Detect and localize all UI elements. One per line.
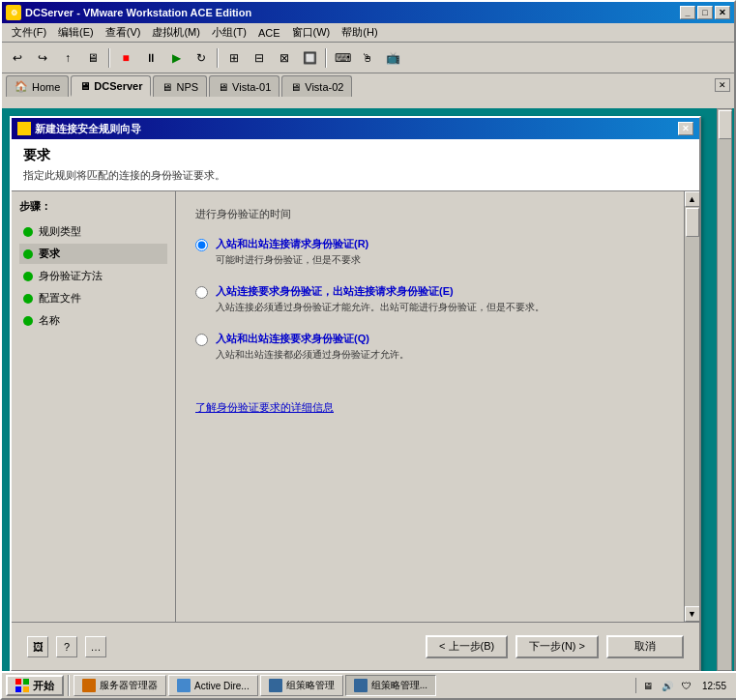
menu-ace[interactable]: ACE [252,25,286,41]
tab-bar-close-button[interactable]: ✕ [715,78,730,92]
menu-team[interactable]: 小组(T) [206,23,252,42]
toolbar-btn-11[interactable]: 📺 [381,46,404,70]
tray-clock: 12:55 [698,681,730,691]
toolbar-btn-stop[interactable]: ■ [114,46,137,70]
tab-vista01-label: Vista-01 [232,81,271,93]
menu-vm[interactable]: 虚拟机(M) [146,23,206,42]
tab-nps[interactable]: 🖥 NPS [153,75,207,97]
close-button[interactable]: ✕ [715,6,730,19]
scrollbar-down-button[interactable]: ▼ [685,606,700,622]
toolbar-btn-1[interactable]: ↩ [6,46,29,70]
nav-dot-5 [23,316,33,326]
toolbar-btn-9[interactable]: ⌨ [331,46,354,70]
footer-help-icon[interactable]: 🖼 [27,636,48,657]
nav-item-auth-method[interactable]: 身份验证方法 [19,266,167,286]
outer-scrollbar[interactable] [717,108,732,671]
dialog-header-description: 指定此规则将匹配的连接的身份验证要求。 [23,168,688,183]
tab-nps-icon: 🖥 [162,81,172,93]
start-icon [15,679,29,692]
minimize-button[interactable]: _ [680,6,695,19]
back-button[interactable]: < 上一步(B) [426,635,508,658]
tab-vista01[interactable]: 🖥 Vista-01 [209,75,280,97]
tab-home[interactable]: 🏠 Home [6,75,69,97]
nav-item-name[interactable]: 名称 [19,310,167,331]
tray-security-icon: 🛡 [679,678,694,693]
svg-rect-0 [15,679,21,685]
menu-view[interactable]: 查看(V) [100,23,147,42]
radio-option-2: 入站连接要求身份验证，出站连接请求身份验证(E) 入站连接必须通过身份验证才能允… [195,284,664,314]
content-area: 新建连接安全规则向导 ✕ 要求 指定此规则将匹配的连接的身份验证要求。 步骤： [2,108,734,671]
radio-desc-1: 可能时进行身份验证，但是不要求 [216,253,368,267]
nav-dot-4 [23,294,33,304]
nav-item-requirement[interactable]: 要求 [19,244,167,264]
radio-option-1: 入站和出站连接请求身份验证(R) 可能时进行身份验证，但是不要求 [195,237,664,267]
toolbar-btn-play[interactable]: ▶ [164,46,188,70]
menu-window[interactable]: 窗口(W) [286,23,337,42]
radio-label-1: 入站和出站连接请求身份验证(R) 可能时进行身份验证，但是不要求 [216,237,368,267]
nav-item-rule-type[interactable]: 规则类型 [19,221,167,242]
footer-question-icon[interactable]: ? [56,636,77,657]
toolbar-btn-5[interactable]: ⊞ [222,46,246,70]
taskbar-tray: 🖥 🔊 🛡 12:55 [635,678,734,693]
toolbar-btn-refresh[interactable]: ↻ [190,46,213,70]
dialog-title-buttons: ✕ [678,122,693,135]
tab-dcserver[interactable]: 🖥 DCServer [71,75,151,97]
scrollbar-up-button[interactable]: ▲ [685,191,700,207]
toolbar-btn-8[interactable]: 🔲 [298,46,321,70]
inner-right-area: 进行身份验证的时间 入站和出站连接请求身份验证(R) 可能时进行身份验证，但是不… [176,191,699,622]
svg-rect-2 [15,686,21,692]
tab-vista02[interactable]: 🖥 Vista-02 [281,75,352,97]
dialog-title: 新建连接安全规则向导 [35,122,141,136]
toolbar-btn-4[interactable]: 🖥 [81,46,104,70]
toolbar-btn-3[interactable]: ↑ [56,46,79,70]
taskbar-item-server-manager-label: 服务器管理器 [100,679,158,692]
taskbar-item-gp-mgmt-label: 组策略管理 [286,679,335,692]
taskbar: 开始 服务器管理器 Active Dire... 组策略管理 组策略管理... … [2,671,736,698]
dialog-window: 新建连接安全规则向导 ✕ 要求 指定此规则将匹配的连接的身份验证要求。 步骤： [10,116,701,671]
toolbar-btn-pause[interactable]: ⏸ [139,46,162,70]
radio-desc-2: 入站连接必须通过身份验证才能允许。出站可能进行身份验证，但是不要求。 [216,301,545,314]
taskbar-icon-active-dir [177,679,191,692]
toolbar-btn-2[interactable]: ↪ [31,46,54,70]
dialog-close-button[interactable]: ✕ [678,122,693,135]
toolbar-sep-1 [108,48,110,68]
toolbar-sep-3 [325,48,327,68]
radio-input-3[interactable] [195,334,208,346]
dialog-right: 进行身份验证的时间 入站和出站连接请求身份验证(R) 可能时进行身份验证，但是不… [176,191,684,622]
nav-dot-2 [23,249,33,259]
tab-dcserver-label: DCServer [94,80,142,92]
dialog-body: 步骤： 规则类型 要求 身份验证方法 [12,191,699,622]
tab-dcserver-icon: 🖥 [79,80,90,92]
cancel-button[interactable]: 取消 [606,635,684,658]
radio-input-1[interactable] [195,239,208,251]
radio-group: 入站和出站连接请求身份验证(R) 可能时进行身份验证，但是不要求 入站连接要求身… [195,237,664,362]
menu-edit[interactable]: 编辑(E) [52,23,100,42]
svg-rect-3 [23,686,29,692]
outer-scroll-thumb[interactable] [719,110,732,139]
dialog-header: 要求 指定此规则将匹配的连接的身份验证要求。 [12,139,699,191]
dialog-title-bar: 新建连接安全规则向导 ✕ [12,118,699,139]
nav-item-profile[interactable]: 配置文件 [19,288,167,308]
next-button[interactable]: 下一步(N) > [515,635,599,658]
menu-file[interactable]: 文件(F) [6,23,52,42]
nav-item-requirement-label: 要求 [39,247,60,261]
scrollbar-thumb[interactable] [686,208,699,237]
nav-item-auth-method-label: 身份验证方法 [39,269,103,283]
tab-bar: 🏠 Home 🖥 DCServer 🖥 NPS 🖥 Vista-01 🖥 Vis… [2,73,734,99]
radio-input-2[interactable] [195,286,208,299]
info-link[interactable]: 了解身份验证要求的详细信息 [195,400,664,415]
menu-help[interactable]: 帮助(H) [336,23,383,42]
menu-bar: 文件(F) 编辑(E) 查看(V) 虚拟机(M) 小组(T) ACE 窗口(W)… [2,23,734,43]
taskbar-item-active-dir[interactable]: Active Dire... [168,675,258,696]
taskbar-item-gp-mgmt[interactable]: 组策略管理 [260,675,343,696]
taskbar-item-gp-mgmt2[interactable]: 组策略管理... [345,675,436,696]
app-icon: ⚙ [6,5,21,20]
toolbar-btn-10[interactable]: 🖱 [356,46,379,70]
radio-title-3: 入站和出站连接要求身份验证(Q) [216,332,409,346]
taskbar-item-server-manager[interactable]: 服务器管理器 [74,675,166,696]
toolbar-btn-7[interactable]: ⊠ [273,46,296,70]
start-button[interactable]: 开始 [6,675,64,696]
footer-info-icon[interactable]: … [85,636,106,657]
maximize-button[interactable]: □ [697,6,713,19]
toolbar-btn-6[interactable]: ⊟ [248,46,271,70]
